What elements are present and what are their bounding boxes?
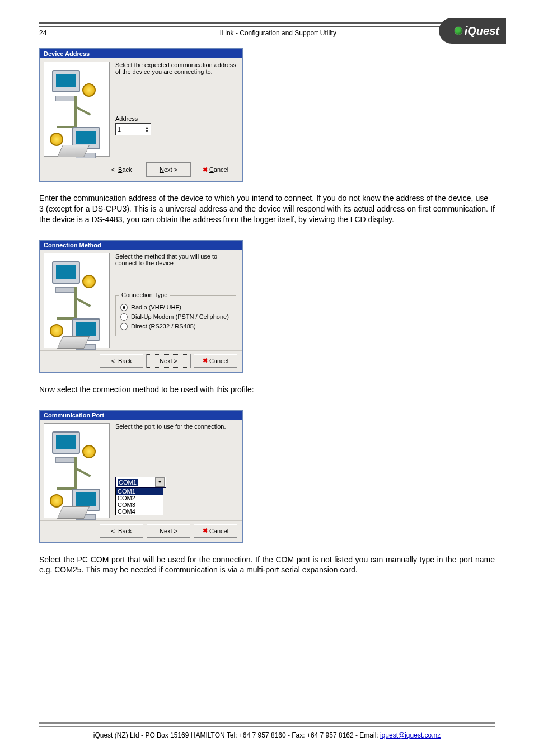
wizard-art-icon — [44, 423, 110, 518]
top-rule — [39, 22, 495, 27]
address-label: Address — [115, 115, 236, 122]
paragraph-3: Select the PC COM port that will be used… — [39, 555, 495, 576]
com-port-combobox[interactable]: COM1 ▼ — [115, 477, 166, 488]
com-port-dropdown-list[interactable]: COM1 COM2 COM3 COM4 — [115, 488, 163, 515]
footer-email-link[interactable]: iquest@iquest.co.nz — [380, 731, 441, 739]
next-button[interactable]: Next > — [147, 354, 190, 368]
back-button[interactable]: < Back — [100, 163, 143, 176]
list-item[interactable]: COM2 — [116, 495, 163, 501]
dialog-instruction: Select the method that you will use to c… — [115, 253, 236, 266]
dialog-connection-method: Connection Method Select the method that… — [39, 240, 243, 373]
dialog-title: Connection Method — [40, 241, 242, 250]
back-button[interactable]: < Back — [100, 524, 143, 538]
list-item[interactable]: COM1 — [116, 488, 163, 495]
next-button[interactable]: Next > — [147, 524, 190, 538]
cancel-button[interactable]: ✖Cancel — [194, 524, 237, 538]
footer-rule — [39, 722, 495, 727]
footer-text: iQuest (NZ) Ltd - PO Box 15169 HAMILTON … — [93, 731, 380, 739]
dialog-title: Communication Port — [40, 411, 242, 420]
combo-selected: COM1 — [118, 479, 138, 486]
paragraph-1: Enter the communication address of the d… — [39, 193, 495, 225]
dialog-device-address: Device Address Select the expected commu… — [39, 48, 243, 182]
brand-logo: iQuest — [439, 18, 506, 44]
chevron-down-icon[interactable]: ▼ — [155, 477, 165, 487]
page-header: 24 iLink - Configuration and Support Uti… — [39, 29, 495, 37]
logo-dot-icon — [455, 27, 462, 35]
paragraph-2: Now select the connection method to be u… — [39, 384, 495, 395]
wizard-art-icon — [44, 253, 110, 348]
dialog-communication-port: Communication Port Select the port to us… — [39, 410, 243, 543]
next-button[interactable]: Next > — [147, 163, 190, 176]
list-item[interactable]: COM4 — [116, 508, 163, 515]
list-item[interactable]: COM3 — [116, 501, 163, 508]
connection-type-group: Connection Type Radio (VHF/ UHF) Dial-Up… — [115, 295, 236, 336]
radio-icon — [120, 304, 128, 311]
dialog-instruction: Select the expected communication addres… — [115, 62, 236, 75]
x-icon: ✖ — [203, 357, 208, 364]
x-icon: ✖ — [203, 527, 208, 534]
radio-radio[interactable]: Radio (VHF/ UHF) — [120, 304, 231, 311]
page-title: iLink - Configuration and Support Utilit… — [62, 29, 495, 37]
address-spinner[interactable]: 1 ▲▼ — [115, 123, 151, 135]
cancel-button[interactable]: ✖Cancel — [194, 163, 237, 176]
radio-direct[interactable]: Direct (RS232 / RS485) — [120, 323, 231, 330]
cancel-button[interactable]: ✖Cancel — [194, 354, 237, 368]
dialog-instruction: Select the port to use for the connectio… — [115, 423, 236, 430]
dialog-title: Device Address — [40, 49, 242, 58]
x-icon: ✖ — [203, 166, 208, 173]
logo-text: iQuest — [465, 25, 499, 37]
page-number: 24 — [39, 29, 62, 37]
footer-line: iQuest (NZ) Ltd - PO Box 15169 HAMILTON … — [39, 731, 495, 739]
address-value: 1 — [118, 126, 121, 133]
radio-label: Dial-Up Modem (PSTN / Cellphone) — [131, 313, 229, 320]
group-legend: Connection Type — [119, 292, 170, 298]
radio-label: Radio (VHF/ UHF) — [131, 304, 181, 311]
back-button[interactable]: < Back — [100, 354, 143, 368]
radio-icon — [120, 313, 128, 321]
radio-label: Direct (RS232 / RS485) — [131, 323, 196, 330]
radio-dialup[interactable]: Dial-Up Modem (PSTN / Cellphone) — [120, 313, 231, 321]
radio-icon — [120, 323, 128, 330]
spinner-arrows-icon[interactable]: ▲▼ — [145, 125, 149, 133]
wizard-art-icon — [44, 62, 110, 157]
